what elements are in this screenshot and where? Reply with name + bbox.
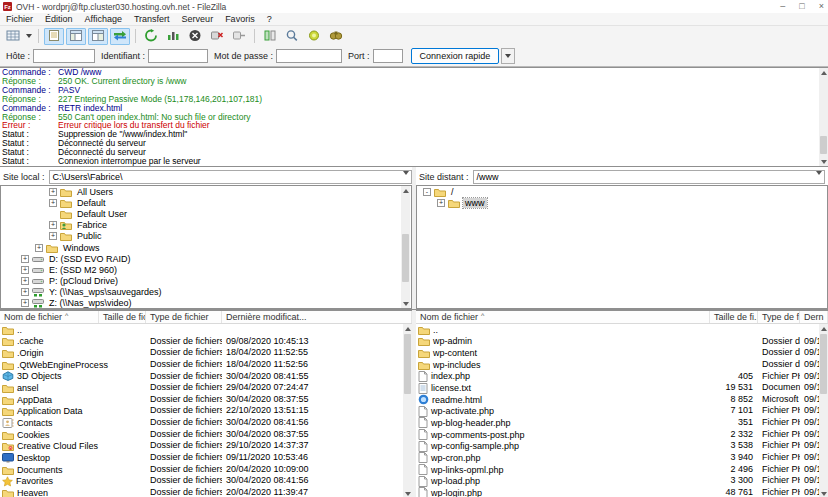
quickconnect-dropdown-button[interactable] <box>501 48 515 64</box>
toggle-message-log-button[interactable] <box>44 28 64 45</box>
tree-item-fabrice[interactable]: +Fabrice <box>1 220 411 231</box>
file-row-wp-admin[interactable]: wp-adminDossier de ...09/1 <box>416 336 828 348</box>
file-row-wp-links-opml-php[interactable]: wp-links-opml.php2 496Fichier PHP09/1 <box>416 464 828 476</box>
directory-comparison-button[interactable] <box>260 28 280 45</box>
file-row-wp-config-sample-php[interactable]: wp-config-sample.php3 538Fichier PHP09/1 <box>416 440 828 452</box>
file-row-cache[interactable]: .cacheDossier de fichiers09/08/2020 10:4… <box>0 336 412 348</box>
file-row-wp-includes[interactable]: wp-includesDossier de ...09/1 <box>416 359 828 371</box>
column-header-nom-de-fichier[interactable]: Nom de fichier^ <box>0 311 99 323</box>
tree-item-z-nas-wps-video[interactable]: +Z: (\\Nas_wps\video) <box>1 298 411 309</box>
column-header-taille-de-fic[interactable]: Taille de fic... <box>99 311 146 323</box>
tree-item-default[interactable]: +Default <box>1 197 411 208</box>
file-row-application-data[interactable]: Application DataDossier de fichiers22/10… <box>0 405 412 417</box>
file-row-favorites[interactable]: FavoritesDossier de fichiers30/04/2020 0… <box>0 475 412 487</box>
file-row-wp-load-php[interactable]: wp-load.php3 300Fichier PHP09/1 <box>416 475 828 487</box>
tree-item-default-user[interactable]: Default User <box>1 208 411 219</box>
column-header-type-de-fic[interactable]: Type de fic... <box>758 311 800 323</box>
toggle-remote-tree-button[interactable] <box>88 28 108 45</box>
expand-icon[interactable]: + <box>49 221 57 229</box>
minimize-button[interactable]: – <box>780 0 785 13</box>
file-row-3d-objects[interactable]: 3D ObjectsDossier de fichiers30/04/2020 … <box>0 371 412 383</box>
file-row-heaven[interactable]: HeavenDossier de fichiers20/04/2020 11:3… <box>0 487 412 497</box>
column-header-derni-re-modificat[interactable]: Dernière modificat... <box>222 311 412 323</box>
expand-icon[interactable]: + <box>21 266 29 274</box>
expand-icon[interactable]: + <box>35 244 43 252</box>
file-row-contacts[interactable]: ContactsDossier de fichiers30/04/2020 08… <box>0 417 412 429</box>
file-row-ansel[interactable]: anselDossier de fichiers29/04/2020 07:24… <box>0 382 412 394</box>
expand-icon[interactable]: + <box>21 288 29 296</box>
expand-icon[interactable]: + <box>437 199 445 207</box>
menu-item-dition[interactable]: Édition <box>39 13 79 26</box>
file-row-wp-activate-php[interactable]: wp-activate.php7 101Fichier PHP09/1 <box>416 405 828 417</box>
file-row-appdata[interactable]: AppDataDossier de fichiers30/04/2020 08:… <box>0 394 412 406</box>
file-row-creative-cloud-files[interactable]: Creative Cloud FilesDossier de fichiers2… <box>0 440 412 452</box>
cancel-button[interactable] <box>185 28 205 45</box>
tree-item-p-pcloud-drive[interactable]: +P: (pCloud Drive) <box>1 276 411 287</box>
file-row-wp-comments-post-php[interactable]: wp-comments-post.php2 332Fichier PHP09/1 <box>416 429 828 441</box>
menu-item-affichage[interactable]: Affichage <box>79 13 128 26</box>
site-manager-dropdown-button[interactable] <box>24 28 34 45</box>
tree-item-all-users[interactable]: +All Users <box>1 186 411 197</box>
expand-icon[interactable]: + <box>49 188 57 196</box>
file-row-wp-blog-header-php[interactable]: wp-blog-header.php351Fichier PHP09/1 <box>416 417 828 429</box>
toggle-local-tree-button[interactable] <box>66 28 86 45</box>
tree-item-www[interactable]: +www <box>417 197 827 208</box>
remote-list-scrollbar[interactable] <box>819 324 828 497</box>
expand-icon[interactable]: + <box>49 199 57 207</box>
expand-icon[interactable]: + <box>21 299 29 307</box>
file-row-documents[interactable]: DocumentsDossier de fichiers20/04/2020 1… <box>0 464 412 476</box>
local-path-combobox[interactable]: C:\Users\Fabrice\ <box>49 170 412 184</box>
expand-icon[interactable]: + <box>21 255 29 263</box>
quickconnect-button[interactable]: Connexion rapide <box>411 48 500 64</box>
column-header-dern[interactable]: Dern <box>800 311 828 323</box>
file-row-index-php[interactable]: index.php405Fichier PHP09/1 <box>416 371 828 383</box>
site-manager-button[interactable] <box>3 28 23 45</box>
expand-icon[interactable]: + <box>49 232 57 240</box>
menu-item-serveur[interactable]: Serveur <box>176 13 220 26</box>
file-row-wp-content[interactable]: wp-contentDossier de ...09/1 <box>416 347 828 359</box>
tree-item-windows[interactable]: +Windows <box>1 242 411 253</box>
tree-item-e-ssd-m2-960[interactable]: +E: (SSD M2 960) <box>1 264 411 275</box>
file-row-desktop[interactable]: DesktopDossier de fichiers09/11/2020 10:… <box>0 452 412 464</box>
menu-item-item[interactable]: ? <box>261 13 278 26</box>
refresh-button[interactable] <box>141 28 161 45</box>
menu-item-favoris[interactable]: Favoris <box>219 13 261 26</box>
expand-icon[interactable]: + <box>21 277 29 285</box>
synchronized-browsing-button[interactable] <box>304 28 324 45</box>
collapse-icon[interactable]: - <box>423 188 431 196</box>
file-row-qtwebengineprocess[interactable]: .QtWebEngineProcessDossier de fichiers18… <box>0 359 412 371</box>
toggle-transfer-queue-button[interactable] <box>110 28 130 45</box>
local-tree-scrollbar[interactable] <box>401 186 410 308</box>
column-header-nom-de-fichier[interactable]: Nom de fichier^ <box>416 311 710 323</box>
tree-item-public[interactable]: +Public <box>1 231 411 242</box>
host-input[interactable] <box>33 49 95 63</box>
log-scrollbar[interactable] <box>819 68 828 166</box>
menu-item-fichier[interactable]: Fichier <box>0 13 39 26</box>
file-row-license-txt[interactable]: license.txt19 531Document ...09/1 <box>416 382 828 394</box>
column-header-taille-de-fi[interactable]: Taille de fi... <box>710 311 758 323</box>
process-queue-button[interactable] <box>163 28 183 45</box>
file-row-cookies[interactable]: CookiesDossier de fichiers30/04/2020 08:… <box>0 429 412 441</box>
tree-item-d-ssd-evo-raid[interactable]: +D: (SSD EVO RAID) <box>1 253 411 264</box>
port-input[interactable] <box>373 49 403 63</box>
tree-item-y-nas-wps-sauvegardes[interactable]: +Y: (\\Nas_wps\sauvegardes) <box>1 287 411 298</box>
maximize-button[interactable]: □ <box>799 0 804 13</box>
reconnect-button[interactable] <box>229 28 249 45</box>
menu-item-transfert[interactable]: Transfert <box>128 13 176 26</box>
file-row-wp-cron-php[interactable]: wp-cron.php3 940Fichier PHP09/1 <box>416 452 828 464</box>
local-list-scrollbar[interactable] <box>403 324 412 497</box>
tree-item-item[interactable]: -/ <box>417 186 827 197</box>
username-input[interactable] <box>148 49 208 63</box>
column-header-type-de-fichier[interactable]: Type de fichier <box>146 311 222 323</box>
file-row-item[interactable]: .. <box>416 324 828 336</box>
file-row-readme-html[interactable]: readme.html8 852Microsoft ...09/1 <box>416 394 828 406</box>
file-row-item[interactable]: .. <box>0 324 412 336</box>
find-files-button[interactable] <box>326 28 346 45</box>
close-button[interactable]: × <box>819 0 824 13</box>
filter-button[interactable] <box>282 28 302 45</box>
remote-path-combobox[interactable]: /www <box>473 170 825 184</box>
password-input[interactable] <box>276 49 342 63</box>
disconnect-button[interactable] <box>207 28 227 45</box>
file-row-wp-login-php[interactable]: wp-login.php48 761Fichier PHP09/1 <box>416 487 828 497</box>
file-row-origin[interactable]: .OriginDossier de fichiers18/04/2020 11:… <box>0 347 412 359</box>
